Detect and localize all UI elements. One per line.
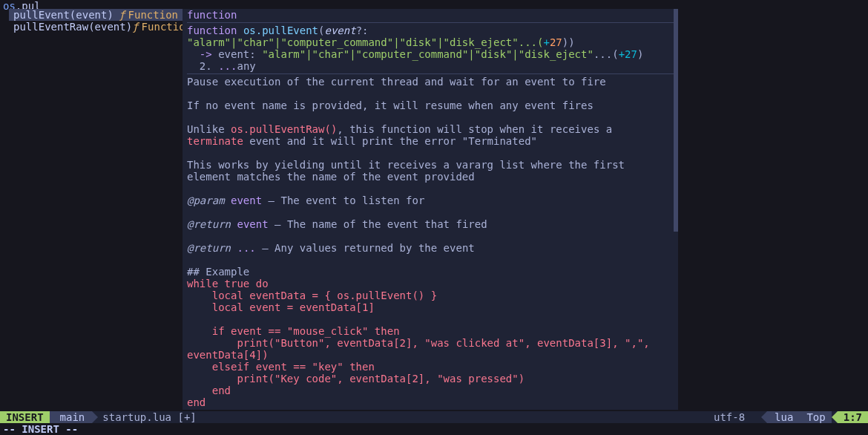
command-line: -- INSERT -- [0,423,868,435]
filetype: lua [767,411,800,423]
return-doc-row-2: @return ... — Any values returned by the… [187,242,674,254]
doc-text: This works by yielding until it receives… [187,159,674,183]
scrollbar[interactable] [674,9,678,232]
code-line: if event == "mouse_click" then [187,325,674,337]
modified-indicator: [+] [177,411,196,423]
completion-label: pullEvent(event) [13,9,119,21]
git-branch: main [50,411,93,423]
divider [187,73,674,74]
kind-icon: ƒ [132,21,138,33]
scroll-percent: Top [800,411,831,423]
doc-title: function [187,9,237,21]
encoding: utf-8 [709,411,749,423]
mode-indicator: INSERT [0,411,50,423]
code-line: end [187,385,674,396]
return-doc-row: @return event — The name of the event th… [187,218,674,230]
code-line: local event = eventData[1] [187,301,674,313]
file-name: startup.lua [+] [92,411,203,423]
branch-name: main [60,411,85,423]
code-line: end [187,396,674,408]
code-line: while true do [187,278,674,290]
param-row: @param event — The event to listen for [187,194,674,206]
doc-text: Pause execution of the current thread an… [187,76,674,88]
statusline: INSERT main startup.lua [+] utf-8 lua To… [0,411,868,423]
cursor-position: 1:7 [838,411,868,423]
code-line: local eventData = { os.pullEvent() } [187,290,674,301]
code-line: elseif event == "key" then [187,361,674,373]
completion-item[interactable]: pullEvent(event) ƒ Function [9,9,183,21]
signature: function os.pullEvent(event?: "alarm"|"c… [187,24,674,48]
doc-example-head: ## Example [187,266,674,278]
code-line: print("Key code", eventData[2], "was pre… [187,373,674,385]
doc-text: If no event name is provided, it will re… [187,99,674,111]
doc-popup[interactable]: function function os.pullEvent(event?: "… [183,9,678,410]
doc-text: Unlike os.pullEventRaw(), this function … [187,123,674,147]
completion-item[interactable]: pullEventRaw(event) ƒ Function [9,21,183,33]
kind-icon: ƒ [119,9,125,21]
return-row-2: 2. ...any [187,60,674,72]
completion-area: pullEvent(event) ƒ Function pullEventRaw… [9,9,678,410]
completion-list[interactable]: pullEvent(event) ƒ Function pullEventRaw… [9,9,183,410]
code-line: print("Button", eventData[2], "was click… [187,337,674,361]
kind-label: Function [128,9,178,21]
return-row: -> event: "alarm"|"char"|"computer_comma… [187,48,674,60]
completion-label: pullEventRaw(event) [13,21,132,33]
divider [187,22,674,23]
